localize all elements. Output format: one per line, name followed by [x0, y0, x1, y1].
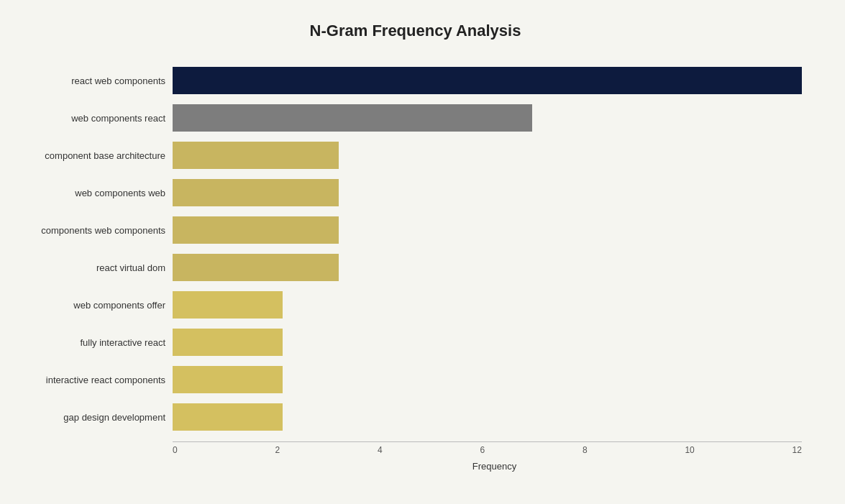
bar-label: web components react [11, 113, 165, 124]
bar-row: fully interactive react [173, 324, 802, 361]
bar-label: web components offer [11, 300, 165, 311]
bar-rect [173, 67, 802, 94]
bar-rect [173, 329, 283, 356]
x-tick: 8 [583, 445, 588, 455]
bar-rect [173, 142, 339, 169]
bar-rect [173, 291, 283, 319]
bar-label: react web components [11, 75, 165, 86]
x-tick: 4 [378, 445, 383, 455]
bar-row: web components web [173, 174, 802, 211]
bar-rect [173, 366, 283, 393]
chart-container: N-Gram Frequency Analysis react web comp… [0, 0, 845, 504]
x-ticks: 024681012 [173, 442, 802, 455]
x-axis-label: Frequency [173, 461, 816, 472]
bar-row: react virtual dom [173, 249, 802, 286]
bar-row: interactive react components [173, 361, 802, 398]
x-tick: 6 [480, 445, 485, 455]
bar-row: web components offer [173, 286, 802, 324]
bar-label: component base architecture [11, 150, 165, 161]
bar-row: gap design development [173, 398, 802, 436]
bar-label: react virtual dom [11, 262, 165, 273]
bar-rect [173, 403, 283, 431]
x-tick: 12 [793, 445, 802, 455]
bar-rect [173, 254, 339, 281]
bar-label: fully interactive react [11, 337, 165, 348]
bar-label: gap design development [11, 412, 165, 423]
bar-row: component base architecture [173, 137, 802, 174]
bar-label: components web components [11, 225, 165, 236]
bar-rect [173, 179, 339, 206]
bar-row: react web components [173, 62, 802, 99]
bar-rect [173, 216, 339, 244]
x-tick: 2 [275, 445, 280, 455]
x-tick: 10 [685, 445, 694, 455]
chart-title: N-Gram Frequency Analysis [14, 14, 816, 40]
x-tick: 0 [173, 445, 178, 455]
bar-row: components web components [173, 211, 802, 249]
bar-label: interactive react components [11, 375, 165, 385]
x-axis: 024681012 [173, 441, 802, 455]
bar-row: web components react [173, 99, 802, 137]
bar-rect [173, 104, 532, 132]
bar-label: web components web [11, 188, 165, 198]
chart-area: react web componentsweb components react… [173, 62, 802, 436]
